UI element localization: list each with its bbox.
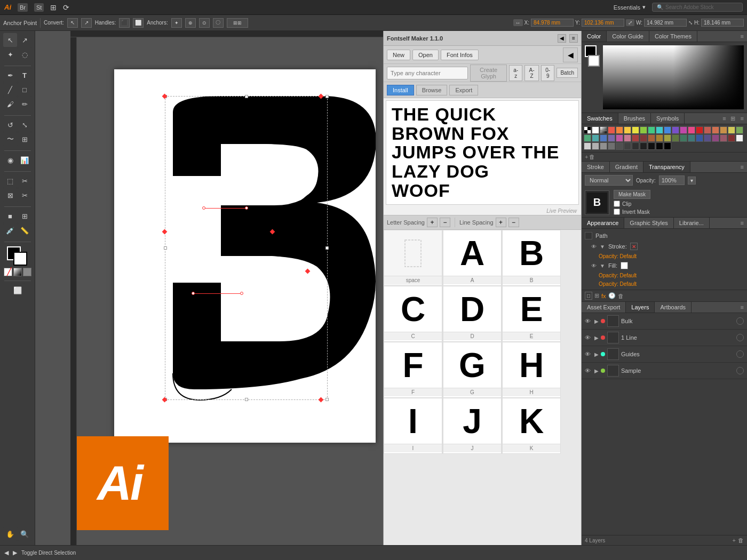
letter-spacing-plus[interactable]: + [427, 218, 438, 227]
swatch-black[interactable] [584, 126, 591, 134]
swatch-color-c1[interactable] [608, 126, 615, 134]
nav-forward-btn[interactable]: ▶ [13, 549, 17, 556]
scale-tool[interactable]: ⤡ [18, 118, 31, 132]
layer-item-guides[interactable]: 👁 ▶ Guides [582, 346, 747, 363]
gradient-box[interactable] [13, 268, 22, 276]
tab-appearance[interactable]: Appearance [582, 218, 624, 228]
swatch-g12[interactable] [664, 142, 671, 150]
swatch-r3[interactable] [720, 126, 727, 134]
control-dot-1[interactable] [202, 206, 205, 210]
fill-opacity[interactable]: Opacity: Default [599, 273, 637, 278]
invert-mask-checkbox[interactable] [614, 209, 620, 215]
gradient-tool[interactable]: ■ [3, 209, 17, 223]
swatch-g3[interactable] [592, 142, 599, 150]
swatch-color-c12[interactable] [696, 126, 703, 134]
glyph-cell-B[interactable]: B B [502, 230, 561, 286]
swatch-d5[interactable] [672, 134, 679, 142]
glyph-cell-space[interactable]: space [384, 230, 442, 286]
lasso-tool[interactable]: ◌ [18, 47, 31, 61]
swatch-color-c11[interactable] [688, 126, 695, 134]
swatch-color-c9[interactable] [672, 126, 679, 134]
line-spacing-plus[interactable]: + [496, 218, 506, 227]
swatch-d7[interactable] [688, 134, 695, 142]
swatch-color-c8[interactable] [664, 126, 671, 134]
swatches-menu[interactable]: ≡ [737, 113, 747, 124]
mesh-box[interactable] [23, 268, 31, 276]
swatch-d8[interactable] [696, 134, 703, 142]
sync-icon[interactable]: ⟳ [63, 3, 69, 12]
glyph-cell-C[interactable]: C C [384, 286, 442, 342]
type-tool[interactable]: T [18, 68, 31, 82]
stroke-opacity[interactable]: Opacity: Default [599, 253, 637, 259]
blend-mode-select[interactable]: Normal [585, 175, 633, 186]
swatch-g9[interactable] [640, 142, 647, 150]
clip-checkbox[interactable] [614, 201, 620, 207]
rect-tool[interactable]: □ [18, 83, 31, 97]
swatch-g4[interactable] [600, 142, 607, 150]
stroke-color[interactable] [13, 252, 27, 266]
anchor-btn-3[interactable]: ⊙ [199, 18, 210, 28]
layer-eye-sample[interactable]: 👁 [585, 367, 592, 374]
control-dot-3[interactable] [192, 292, 195, 295]
swatch-g6[interactable] [616, 142, 623, 150]
anchor-btn-2[interactable]: ⊕ [185, 18, 196, 28]
layer-item-sample[interactable]: 👁 ▶ Sample [582, 363, 747, 379]
change-screen-mode[interactable]: ⬜ [11, 283, 25, 297]
tab-swatches[interactable]: Swatches [582, 113, 618, 124]
line-spacing-minus[interactable]: − [508, 218, 519, 227]
h-value[interactable]: 18.146 mm [701, 19, 744, 27]
09-button[interactable]: 0-9 [541, 65, 554, 81]
layer-arrow-sample[interactable]: ▶ [594, 368, 599, 374]
swatch-g1[interactable] [736, 134, 743, 142]
export-button[interactable]: Export [449, 85, 478, 95]
mask-thumbnail[interactable]: B [585, 190, 609, 215]
tab-transparency[interactable]: Transparency [643, 162, 690, 172]
swatch-g10[interactable] [648, 142, 655, 150]
layer-item-1line[interactable]: 👁 ▶ 1 Line [582, 330, 747, 346]
swatch-r10[interactable] [616, 134, 623, 142]
eye-icon-stroke[interactable]: 👁 [591, 244, 597, 250]
swatch-white[interactable] [592, 126, 599, 134]
create-glyph-button[interactable]: Create Glyph [470, 65, 507, 82]
none-color[interactable]: ╱ [4, 268, 12, 276]
panel-collapse-btn[interactable]: ◀ [558, 34, 566, 43]
swatch-r2[interactable] [712, 126, 719, 134]
tab-symbols[interactable]: Symbols [651, 113, 685, 124]
swatch-g7[interactable] [624, 142, 631, 150]
pencil-tool[interactable]: ✏ [18, 97, 31, 111]
toggle-label[interactable]: Toggle Direct Selection [21, 550, 76, 556]
swatch-r1[interactable] [704, 126, 711, 134]
type-character-input[interactable] [387, 67, 468, 79]
swatch-r12[interactable] [632, 134, 639, 142]
warp-tool[interactable]: 〜 [3, 132, 17, 146]
control-dot-2[interactable] [245, 206, 248, 210]
fx-label[interactable]: fx [601, 293, 606, 299]
swatch-d11[interactable] [720, 134, 727, 142]
swatch-d4[interactable] [664, 134, 671, 142]
nav-back-btn[interactable]: ◀ [4, 549, 9, 556]
swatch-color-c7[interactable] [656, 126, 663, 134]
layer-eye-guides[interactable]: 👁 [585, 351, 592, 357]
paintbrush-tool[interactable]: 🖌 [3, 97, 17, 111]
appearance-menu[interactable]: ≡ [737, 218, 747, 228]
swatch-g11[interactable] [656, 142, 663, 150]
direct-selection-tool[interactable]: ↗ [18, 33, 31, 47]
background-color-box[interactable] [588, 55, 600, 67]
swatch-r11[interactable] [624, 134, 631, 142]
convert-btn-1[interactable]: ↖ [67, 18, 78, 28]
appearance-trash-btn[interactable]: 🗑 [618, 293, 624, 299]
fill-white-box[interactable] [621, 262, 628, 269]
swatch-d3[interactable] [656, 134, 663, 142]
search-stock[interactable]: 🔍 Search Adobe Stock [652, 3, 743, 12]
glyph-cell-G[interactable]: G G [443, 342, 502, 398]
opacity-input[interactable] [659, 175, 685, 185]
convert-btn-2[interactable]: ↗ [81, 18, 92, 28]
layer-eye-1line[interactable]: 👁 [585, 334, 592, 341]
column-graph[interactable]: 📊 [18, 153, 31, 167]
layer-arrow-guides[interactable]: ▶ [594, 351, 599, 357]
swatch-r4[interactable] [728, 126, 735, 134]
tab-color-themes[interactable]: Color Themes [649, 31, 697, 42]
stroke-x-box[interactable]: ✕ [630, 243, 638, 250]
swatch-color-c2[interactable] [616, 126, 623, 134]
free-transform-tool[interactable]: ⊞ [18, 132, 31, 146]
